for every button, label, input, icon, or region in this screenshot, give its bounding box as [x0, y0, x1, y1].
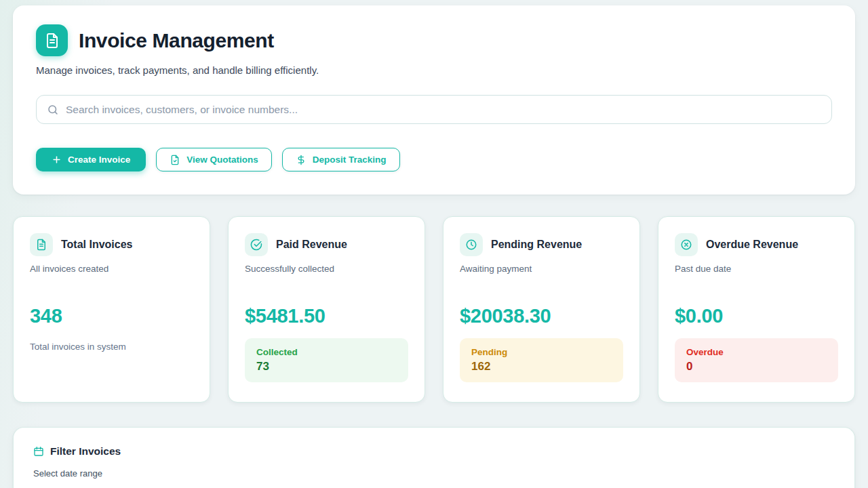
search-input[interactable] — [66, 104, 821, 116]
stats-row: Total Invoices All invoices created 348 … — [13, 216, 855, 403]
search-box[interactable] — [36, 95, 832, 124]
collected-badge: Collected 73 — [245, 338, 408, 382]
clock-icon — [460, 233, 483, 256]
dollar-icon — [296, 155, 307, 165]
stat-title: Total Invoices — [61, 239, 133, 251]
header-title-row: Invoice Management — [36, 24, 832, 56]
page-title: Invoice Management — [79, 29, 274, 52]
page-subtitle: Manage invoices, track payments, and han… — [36, 64, 832, 76]
stat-value: $5481.50 — [245, 305, 408, 327]
plus-icon — [52, 155, 62, 165]
stat-subtitle: All invoices created — [30, 264, 193, 274]
stat-head: Paid Revenue — [245, 233, 408, 256]
filter-invoices-card: Filter Invoices Select date range — [13, 427, 855, 488]
badge-label: Overdue — [686, 347, 827, 357]
stat-head: Overdue Revenue — [675, 233, 838, 256]
check-circle-icon — [245, 233, 268, 256]
stat-caption: Total invoices in system — [30, 342, 193, 352]
x-circle-icon — [675, 233, 698, 256]
stat-subtitle: Past due date — [675, 264, 838, 274]
deposit-tracking-button[interactable]: Deposit Tracking — [282, 148, 400, 171]
stat-subtitle: Successfully collected — [245, 264, 408, 274]
action-buttons-row: Create Invoice View Quotations — [36, 148, 832, 171]
stat-subtitle: Awaiting payment — [460, 264, 623, 274]
badge-label: Collected — [256, 347, 397, 357]
invoice-management-page: Invoice Management Manage invoices, trac… — [0, 0, 868, 488]
invoice-document-icon — [36, 24, 68, 56]
stat-title: Paid Revenue — [276, 239, 347, 251]
badge-count: 0 — [686, 360, 827, 373]
pending-badge: Pending 162 — [460, 338, 623, 382]
create-invoice-button[interactable]: Create Invoice — [36, 148, 146, 171]
stat-value: $0.00 — [675, 305, 838, 327]
header-card: Invoice Management Manage invoices, trac… — [13, 5, 855, 195]
stat-title: Overdue Revenue — [706, 239, 798, 251]
calendar-icon — [33, 446, 44, 457]
stat-card-paid-revenue: Paid Revenue Successfully collected $548… — [228, 216, 425, 403]
stat-title: Pending Revenue — [491, 239, 582, 251]
badge-count: 162 — [471, 360, 612, 373]
document-icon — [30, 233, 53, 256]
create-invoice-label: Create Invoice — [68, 155, 130, 165]
document-check-icon — [170, 155, 180, 165]
stat-head: Pending Revenue — [460, 233, 623, 256]
stat-value: 348 — [30, 305, 193, 327]
filter-head: Filter Invoices — [33, 445, 835, 458]
search-icon — [47, 104, 59, 116]
view-quotations-button[interactable]: View Quotations — [156, 148, 272, 171]
stat-head: Total Invoices — [30, 233, 193, 256]
filter-subtitle: Select date range — [33, 468, 835, 479]
stat-card-total-invoices: Total Invoices All invoices created 348 … — [13, 216, 210, 403]
stat-value: $20038.30 — [460, 305, 623, 327]
stat-card-pending-revenue: Pending Revenue Awaiting payment $20038.… — [443, 216, 640, 403]
filter-title: Filter Invoices — [50, 445, 121, 458]
overdue-badge: Overdue 0 — [675, 338, 838, 382]
view-quotations-label: View Quotations — [186, 155, 258, 165]
deposit-tracking-label: Deposit Tracking — [313, 155, 387, 165]
badge-count: 73 — [256, 360, 397, 373]
stat-card-overdue-revenue: Overdue Revenue Past due date $0.00 Over… — [658, 216, 855, 403]
badge-label: Pending — [471, 347, 612, 357]
